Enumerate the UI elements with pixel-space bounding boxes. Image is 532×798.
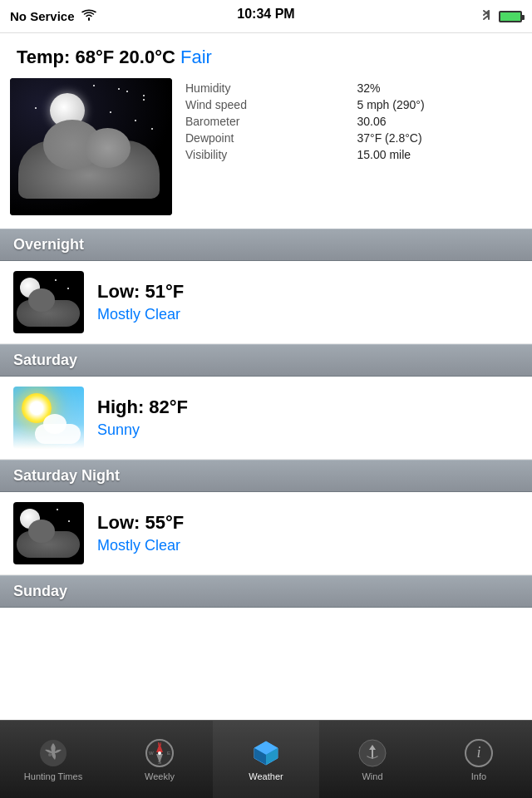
windspeed-value: 5 mph (290°) — [357, 98, 523, 111]
saturday-night-image — [13, 502, 84, 564]
tab-wind[interactable]: Wind — [319, 721, 426, 798]
visibility-label: Visibility — [185, 148, 351, 161]
overnight-temp: Low: 51°F — [97, 281, 519, 303]
overnight-image — [13, 271, 84, 333]
wifi-icon — [81, 9, 96, 23]
weather-icon — [251, 738, 281, 768]
windspeed-label: Wind speed — [185, 98, 351, 111]
weekly-label: Weekly — [145, 771, 175, 781]
saturday-temp: High: 82°F — [97, 397, 519, 418]
info-label: Info — [471, 771, 486, 781]
condition-text: Fair — [180, 47, 212, 67]
current-conditions: Humidity 32% Wind speed 5 mph (290°) Bar… — [0, 78, 532, 229]
saturday-header: Saturday — [0, 344, 532, 377]
barometer-label: Barometer — [185, 115, 351, 128]
saturday-night-text: Low: 55°F Mostly Clear — [97, 512, 519, 554]
saturday-text: High: 82°F Sunny — [97, 397, 519, 439]
humidity-value: 32% — [357, 81, 523, 95]
tab-weekly[interactable]: N S W E Weekly — [106, 721, 213, 798]
temp-label: Temp: 68°F 20.0°C — [17, 47, 180, 67]
saturday-forecast: High: 82°F Sunny — [0, 377, 532, 460]
status-bar: No Service 10:34 PM — [0, 0, 532, 33]
saturday-night-forecast: Low: 55°F Mostly Clear — [0, 492, 532, 575]
weather-stats: Humidity 32% Wind speed 5 mph (290°) Bar… — [185, 78, 522, 215]
wind-icon — [357, 738, 387, 768]
svg-point-1 — [48, 753, 52, 756]
bluetooth-icon — [480, 7, 492, 26]
humidity-label: Humidity — [185, 81, 351, 95]
overnight-cloud — [17, 300, 80, 327]
saturday-night-desc: Mostly Clear — [97, 537, 519, 554]
tab-bar: Hunting Times N S W E Weekly — [0, 720, 532, 798]
info-icon: i — [464, 738, 494, 768]
saturday-night-temp: Low: 55°F — [97, 512, 519, 534]
tab-hunting-times[interactable]: Hunting Times — [0, 721, 106, 798]
main-content: Temp: 68°F 20.0°C Fair — [0, 33, 532, 715]
dewpoint-value: 37°F (2.8°C) — [357, 131, 523, 145]
sat-night-cloud — [17, 531, 80, 558]
saturday-image — [13, 387, 84, 449]
weekly-icon: N S W E — [145, 738, 175, 768]
barometer-value: 30.06 — [357, 115, 523, 128]
overnight-header: Overnight — [0, 229, 532, 261]
hunting-times-label: Hunting Times — [24, 771, 82, 781]
saturday-night-header: Saturday Night — [0, 460, 532, 492]
saturday-desc: Sunny — [97, 421, 519, 439]
hunting-times-icon — [38, 738, 68, 768]
sunny-cloud — [35, 424, 81, 444]
overnight-desc: Mostly Clear — [97, 306, 519, 323]
battery-icon — [499, 11, 522, 22]
cloud-icon — [18, 140, 160, 199]
temp-header: Temp: 68°F 20.0°C Fair — [0, 33, 532, 78]
overnight-forecast: Low: 51°F Mostly Clear — [0, 261, 532, 344]
dewpoint-label: Dewpoint — [185, 131, 351, 145]
tab-weather[interactable]: Weather — [213, 721, 319, 798]
visibility-value: 15.00 mile — [357, 148, 523, 161]
carrier-text: No Service — [10, 9, 75, 23]
wind-label: Wind — [362, 771, 382, 781]
status-time: 10:34 PM — [237, 7, 294, 22]
overnight-text: Low: 51°F Mostly Clear — [97, 281, 519, 323]
weather-label: Weather — [249, 771, 283, 781]
tab-info[interactable]: i Info — [426, 721, 532, 798]
sunday-header: Sunday — [0, 575, 532, 608]
current-weather-image — [10, 78, 172, 215]
